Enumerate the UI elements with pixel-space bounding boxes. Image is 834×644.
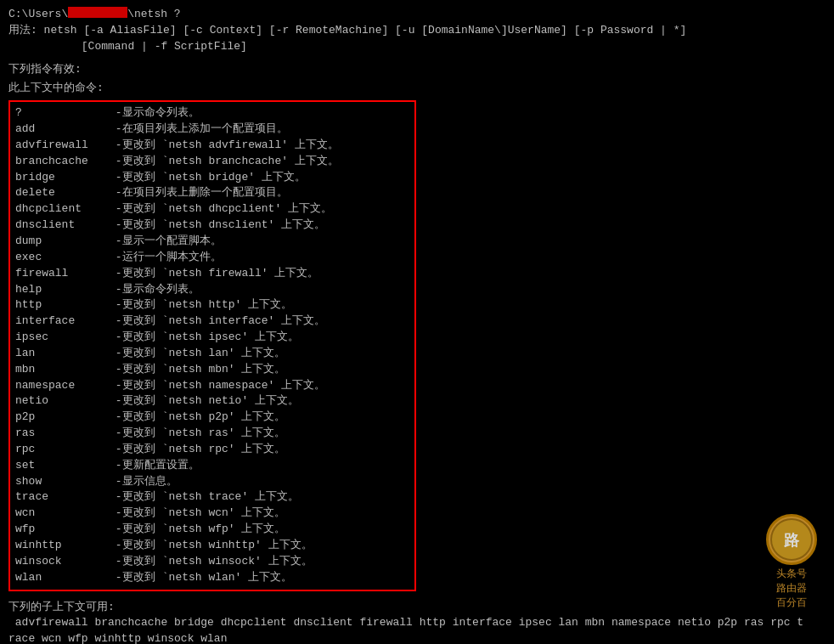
cmd-desc: 更改到 `netsh ipsec' 上下文。 <box>122 330 299 346</box>
cmd-dash: - <box>109 489 122 506</box>
cmd-dash: - <box>109 538 122 554</box>
cmd-name: trace <box>15 489 109 506</box>
cmd-name: dnsclient <box>15 217 109 234</box>
commands-table: ? - 显示命令列表。add - 在项目列表上添加一个配置项目。advfirew… <box>15 105 409 585</box>
cmd-dash: - <box>109 554 122 570</box>
table-row: rpc - 更改到 `netsh rpc' 上下文。 <box>15 442 409 458</box>
table-row: branchcache - 更改到 `netsh branchcache' 上下… <box>15 154 409 170</box>
cmd-dash: - <box>109 410 122 426</box>
cmd-desc: 更改到 `netsh wfp' 上下文。 <box>122 522 285 538</box>
cmd-name: ipsec <box>15 330 109 346</box>
cmd-desc: 更改到 `netsh firewall' 上下文。 <box>122 266 318 282</box>
table-row: dump - 显示一个配置脚本。 <box>15 234 409 250</box>
cmd-desc: 更改到 `netsh winhttp' 上下文。 <box>122 538 313 554</box>
cmd-name: lan <box>15 346 109 362</box>
table-row: http - 更改到 `netsh http' 上下文。 <box>15 297 409 314</box>
table-row: netio - 更改到 `netsh netio' 上下文。 <box>15 393 409 410</box>
table-row: mbn - 更改到 `netsh mbn' 上下文。 <box>15 362 409 378</box>
cmd-desc: 更改到 `netsh netio' 上下文。 <box>122 393 299 410</box>
watermark: 路 头条号 路由器 百分百 <box>766 514 817 610</box>
table-row: set - 更新配置设置。 <box>15 458 409 474</box>
table-row: wcn - 更改到 `netsh wcn' 上下文。 <box>15 506 409 522</box>
cmd-name: delete <box>15 185 109 201</box>
cmd-dash: - <box>109 105 122 121</box>
cmd-dash: - <box>109 378 122 394</box>
table-row: add - 在项目列表上添加一个配置项目。 <box>15 121 409 138</box>
cmd-desc: 更改到 `netsh ras' 上下文。 <box>122 426 285 442</box>
cmd-name: p2p <box>15 410 109 426</box>
cmd-desc: 更改到 `netsh dhcpclient' 上下文。 <box>122 201 332 217</box>
cmd-name: http <box>15 297 109 314</box>
cmd-name: rpc <box>15 442 109 458</box>
cmd-dash: - <box>109 266 122 282</box>
cmd-dash: - <box>109 458 122 474</box>
cmd-dash: - <box>109 297 122 314</box>
cmd-name: add <box>15 121 109 138</box>
terminal-window: C:\Users\\netsh ? 用法: netsh [-a AliasFil… <box>0 0 834 644</box>
cmd-desc: 运行一个脚本文件。 <box>122 250 222 266</box>
cmd-desc: 更改到 `netsh namespace' 上下文。 <box>122 378 325 394</box>
prompt-suffix: \netsh ? <box>127 7 180 23</box>
cmd-dash: - <box>109 506 122 522</box>
prompt-prefix: C:\Users\ <box>8 7 68 23</box>
cmd-name: interface <box>15 314 109 330</box>
table-row: interface - 更改到 `netsh interface' 上下文。 <box>15 314 409 330</box>
watermark-svg: 路 <box>770 518 813 561</box>
cmd-dash: - <box>109 185 122 201</box>
cmd-name: branchcache <box>15 154 109 170</box>
cmd-name: dump <box>15 234 109 250</box>
prompt-line: C:\Users\\netsh ? <box>8 7 826 23</box>
usage-line-2: [Command | -f ScriptFile] <box>8 39 826 55</box>
cmd-desc: 在项目列表上删除一个配置项目。 <box>122 185 288 201</box>
cmd-desc: 显示命令列表。 <box>122 282 200 298</box>
cmd-dash: - <box>109 314 122 330</box>
cmd-name: set <box>15 458 109 474</box>
cmd-dash: - <box>109 170 122 186</box>
cmd-dash: - <box>109 330 122 346</box>
cmd-desc: 在项目列表上添加一个配置项目。 <box>122 121 288 138</box>
usage-line-1: 用法: netsh [-a AliasFile] [-c Context] [-… <box>8 23 826 39</box>
cmd-desc: 更改到 `netsh trace' 上下文。 <box>122 489 299 506</box>
cmd-desc: 更改到 `netsh bridge' 上下文。 <box>122 170 306 186</box>
cmd-dash: - <box>109 346 122 362</box>
table-row: trace - 更改到 `netsh trace' 上下文。 <box>15 489 409 506</box>
table-row: wfp - 更改到 `netsh wfp' 上下文。 <box>15 522 409 538</box>
cmd-desc: 更改到 `netsh mbn' 上下文。 <box>122 362 285 378</box>
cmd-dash: - <box>109 474 122 490</box>
table-row: show - 显示信息。 <box>15 474 409 490</box>
cmd-dash: - <box>109 570 122 586</box>
context-cmds-header: 此上下文中的命令: <box>8 81 826 97</box>
valid-cmds-header: 下列指令有效: <box>8 62 826 78</box>
cmd-desc: 更改到 `netsh http' 上下文。 <box>122 297 292 314</box>
cmd-desc: 更改到 `netsh wcn' 上下文。 <box>122 506 285 522</box>
table-row: lan - 更改到 `netsh lan' 上下文。 <box>15 346 409 362</box>
table-row: ipsec - 更改到 `netsh ipsec' 上下文。 <box>15 330 409 346</box>
cmd-name: mbn <box>15 362 109 378</box>
table-row: p2p - 更改到 `netsh p2p' 上下文。 <box>15 410 409 426</box>
cmd-name: netio <box>15 393 109 410</box>
cmd-dash: - <box>109 201 122 217</box>
watermark-label: 头条号 路由器 百分百 <box>776 567 807 610</box>
subcontext-list-2: race wcn wfp winhttp winsock wlan <box>8 631 826 644</box>
cmd-dash: - <box>109 234 122 250</box>
cmd-dash: - <box>109 393 122 410</box>
cmd-name: wlan <box>15 570 109 586</box>
table-row: exec - 运行一个脚本文件。 <box>15 250 409 266</box>
cmd-desc: 更改到 `netsh interface' 上下文。 <box>122 314 325 330</box>
cmd-desc: 更改到 `netsh rpc' 上下文。 <box>122 442 285 458</box>
cmd-desc: 更改到 `netsh wlan' 上下文。 <box>122 570 292 586</box>
cmd-desc: 更改到 `netsh advfirewall' 上下文。 <box>122 138 339 154</box>
table-row: advfirewall - 更改到 `netsh advfirewall' 上下… <box>15 138 409 154</box>
table-row: wlan - 更改到 `netsh wlan' 上下文。 <box>15 570 409 586</box>
cmd-name: dhcpclient <box>15 201 109 217</box>
cmd-dash: - <box>109 426 122 442</box>
cmd-dash: - <box>109 138 122 154</box>
watermark-icon: 路 <box>766 514 817 565</box>
redacted-username <box>68 7 127 18</box>
cmd-desc: 显示一个配置脚本。 <box>122 234 222 250</box>
table-row: ? - 显示命令列表。 <box>15 105 409 121</box>
cmd-name: winsock <box>15 554 109 570</box>
cmd-desc: 更改到 `netsh dnsclient' 上下文。 <box>122 217 325 234</box>
cmd-name: bridge <box>15 170 109 186</box>
cmd-name: exec <box>15 250 109 266</box>
